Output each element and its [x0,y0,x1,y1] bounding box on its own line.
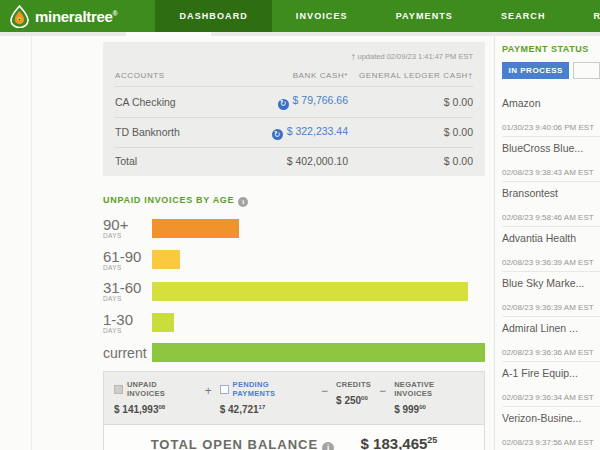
left-gutter-divider [31,36,32,450]
account-name: CA Checking [115,96,223,108]
pending-payments-amount: $ 42,72117 [220,404,313,415]
unpaid-invoices-chart: UNPAID INVOICES BY AGEi 90+DAYS 61-90DAY… [103,189,485,362]
chart-row-31-60: 31-60DAYS [103,280,485,303]
total-open-balance-row: TOTAL OPEN BALANCEi $ 183,46525 [104,424,484,450]
unpaid-invoices-amount: $ 141,99308 [114,404,197,415]
table-row: CA Checking ↻$ 79,766.66 $ 0.00 [115,87,473,118]
minus-operator: − [313,380,336,398]
list-item[interactable]: Bransontest 02/08/23 9:58:46 AM EST [502,182,600,227]
plus-operator: + [197,380,220,398]
in-process-tab[interactable]: IN PROCESS [502,62,569,79]
top-nav: mineraltree® DASHBOARD INVOICES PAYMENTS… [0,0,600,32]
tab-invoices[interactable]: INVOICES [272,0,372,32]
payment-status-title: PAYMENT STATUS [502,44,600,54]
list-item[interactable]: Verizon-Busine... 02/08/23 9:37:56 AM ES… [502,407,600,450]
chart-row-90plus: 90+DAYS [103,217,485,240]
brand-name: mineraltree® [35,8,117,25]
next-status-tab-partial[interactable] [573,62,600,79]
list-item[interactable]: Blue Sky Marke... 02/08/23 9:36:39 AM ES… [502,272,600,317]
total-open-balance-label: TOTAL OPEN BALANCE [151,437,319,450]
negative-invoices-amount: $ 99900 [394,404,474,415]
balance-summary: UNPAID INVOICES $ 141,99308 + PENDING PA… [103,371,485,450]
pending-payments-checkbox[interactable] [220,385,229,394]
bank-cash-link[interactable]: $ 79,766.66 [293,94,348,106]
bar-current[interactable] [152,343,485,362]
main-content: † updated 02/09/23 1:41:47 PM EST ACCOUN… [103,42,485,450]
refresh-balance-icon[interactable]: ↻ [272,129,283,140]
summary-breakdown: UNPAID INVOICES $ 141,99308 + PENDING PA… [104,372,484,424]
tab-search[interactable]: SEARCH [477,0,570,32]
chart-row-61-90: 61-90DAYS [103,249,485,272]
bank-cash-total: $ 402,000.10 [223,155,348,167]
list-item[interactable]: Amazon 01/30/23 9:40:06 PM EST [502,92,600,137]
table-row-total: Total $ 402,000.10 $ 0.00 [115,148,473,174]
refresh-balance-icon[interactable]: ↻ [278,99,289,110]
gl-cash-value: $ 0.00 [348,126,473,138]
unpaid-invoices-checkbox[interactable] [114,385,123,394]
mineraltree-drop-icon [10,5,29,28]
bank-cash-link[interactable]: $ 322,233.44 [287,125,348,137]
tab-payments[interactable]: PAYMENTS [372,0,477,32]
tab-dashboard[interactable]: DASHBOARD [155,0,271,32]
total-open-balance-amount: $ 183,46525 [361,435,438,450]
nav-tabs: DASHBOARD INVOICES PAYMENTS SEARCH REPOR… [155,0,600,32]
negative-invoices-summary: NEGATIVE INVOICES $ 99900 [394,380,474,415]
info-icon[interactable]: i [238,197,248,207]
unpaid-invoices-summary: UNPAID INVOICES $ 141,99308 [114,380,197,415]
bar-90plus-days[interactable] [152,219,239,238]
accounts-table: ACCOUNTS BANK CASH* GENERAL LEDGER CASH†… [115,67,473,174]
list-item[interactable]: BlueCross Blue... 02/08/23 9:38:43 AM ES… [502,137,600,182]
chart-row-current: current [103,343,485,362]
col-general-ledger-cash: GENERAL LEDGER CASH† [348,71,473,80]
gl-cash-value: $ 0.00 [348,96,473,108]
bar-61-90-days[interactable] [152,250,180,269]
pending-payments-summary: PENDING PAYMENTS $ 42,72117 [220,380,313,415]
chart-row-1-30: 1-30DAYS [103,312,485,335]
accounts-panel: † updated 02/09/23 1:41:47 PM EST ACCOUN… [103,42,485,176]
list-item[interactable]: Advantia Health 02/08/23 9:36:39 AM EST [502,227,600,272]
accounts-table-header: ACCOUNTS BANK CASH* GENERAL LEDGER CASH† [115,67,473,87]
col-bank-cash: BANK CASH* [223,71,348,80]
info-icon[interactable]: i [322,442,334,450]
col-accounts: ACCOUNTS [115,71,223,80]
payment-status-list: Amazon 01/30/23 9:40:06 PM EST BlueCross… [502,92,600,450]
chart-title: UNPAID INVOICES BY AGE [103,195,234,205]
gl-cash-total: $ 0.00 [348,155,473,167]
credits-amount: $ 25000 [336,395,371,406]
list-item[interactable]: Admiral Linen ... 02/08/23 9:36:36 AM ES… [502,317,600,362]
pending-payments-link[interactable]: PENDING PAYMENTS [233,380,313,398]
bar-31-60-days[interactable] [152,282,468,301]
account-name: TD Banknorth [115,126,223,138]
credits-summary: CREDITS $ 25000 [336,380,371,406]
tab-reports[interactable]: REPORTS [570,0,600,32]
ledger-updated-timestamp: † updated 02/09/23 1:41:47 PM EST [115,50,473,67]
mineraltree-logo[interactable]: mineraltree® [0,0,127,32]
table-row: TD Banknorth ↻$ 322,233.44 $ 0.00 [115,118,473,149]
payment-status-sidebar: PAYMENT STATUS IN PROCESS Amazon 01/30/2… [494,36,600,450]
bar-1-30-days[interactable] [152,313,174,332]
list-item[interactable]: A-1 Fire Equip... 02/08/23 9:36:34 AM ES… [502,362,600,407]
account-name: Total [115,155,223,167]
minus-operator: − [371,380,394,398]
